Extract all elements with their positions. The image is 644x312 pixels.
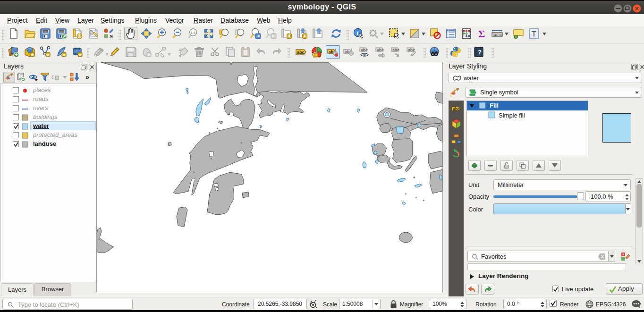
svg-text:?: ?	[478, 49, 482, 56]
svg-text:a: a	[110, 33, 113, 39]
svg-text:ab: ab	[329, 50, 333, 54]
svg-text:ε: ε	[51, 73, 54, 80]
svg-text:i: i	[357, 29, 359, 36]
svg-text:abc: abc	[377, 48, 384, 52]
svg-text:abc: abc	[361, 48, 368, 52]
svg-text:1:1: 1:1	[191, 31, 196, 35]
svg-text:abc: abc	[453, 107, 460, 111]
svg-text:ab: ab	[345, 50, 349, 54]
svg-text:abc: abc	[297, 50, 305, 55]
svg-text:T: T	[532, 30, 536, 38]
svg-text:Σ: Σ	[478, 28, 485, 39]
svg-text:abc: abc	[392, 48, 399, 52]
